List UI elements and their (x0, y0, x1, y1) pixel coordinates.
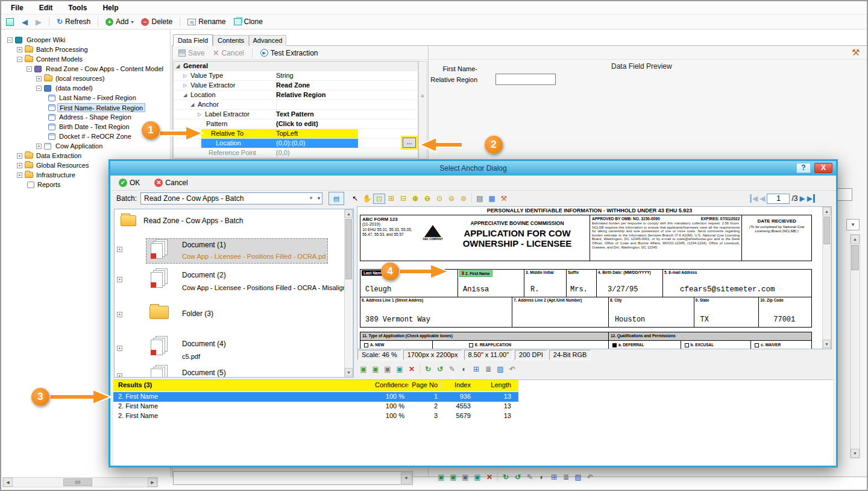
ok-button[interactable]: ✓OK (116, 178, 142, 188)
pan-tool-icon[interactable]: ✋ (361, 194, 373, 204)
zoom-region-tool-icon[interactable]: ⊡ (373, 194, 385, 204)
zoom-fit-page-icon[interactable]: ⊚ (458, 194, 470, 204)
batch-item-document-1[interactable]: Document (1) (182, 241, 226, 249)
batch-item-folder-3[interactable]: Folder (3) (182, 309, 213, 318)
expand-icon[interactable]: + (117, 277, 122, 282)
property-row-anchor-location[interactable]: Location(0,0):(0,0) (174, 139, 418, 148)
zoom-select-icon[interactable]: ⊞ (385, 194, 397, 204)
image-gray-icon[interactable]: ▣ (459, 472, 471, 483)
zoom-actual-icon[interactable]: ⊙ (433, 194, 445, 204)
save-button[interactable]: Save (176, 48, 207, 58)
image-add-icon[interactable]: ▣ (447, 472, 459, 483)
menu-edit[interactable]: Edit (39, 4, 53, 12)
image-add-icon[interactable]: ▣ (370, 364, 382, 375)
batch-combobox[interactable]: Read Zone - Cow Apps - Batch ▼ ▾ (140, 192, 322, 204)
image-teal-icon[interactable]: ▣ (394, 364, 406, 375)
scroll-down-icon[interactable]: ▼ (851, 449, 860, 458)
scroll-right-icon[interactable]: ▶ (148, 478, 157, 487)
property-row-reference-point[interactable]: Reference Point(0,0) (174, 148, 418, 158)
expand-icon[interactable]: + (117, 312, 122, 317)
node-view-button[interactable] (4, 17, 16, 27)
menu-tools[interactable]: Tools (68, 4, 87, 12)
expand-icon[interactable]: + (117, 247, 122, 252)
scroll-thumb[interactable] (823, 217, 830, 244)
results-col-confidence[interactable]: Confidence (372, 381, 404, 388)
batch-tree-scrollbar[interactable]: ▲ ▼ (344, 209, 353, 377)
wrench-icon[interactable]: ⚒ (852, 47, 860, 58)
list-icon[interactable]: ≣ (482, 364, 494, 375)
select-tool-icon[interactable]: ↖ (349, 194, 361, 204)
property-row-value-type[interactable]: ▷Value TypeString (174, 71, 418, 81)
test-extraction-button[interactable]: ▶Test Extraction (258, 48, 321, 58)
dialog-cancel-button[interactable]: ✕Cancel (152, 178, 190, 188)
scroll-up-icon[interactable]: ▲ (851, 235, 860, 244)
undo-icon[interactable]: ↶ (584, 472, 596, 483)
dialog-close-button[interactable]: X (814, 163, 832, 173)
expand-icon[interactable]: + (117, 346, 122, 351)
forward-button[interactable]: ▶ (33, 17, 44, 27)
results-col-index[interactable]: Index (440, 381, 471, 388)
scroll-thumb[interactable] (345, 219, 352, 279)
image-icon[interactable]: ▣ (357, 364, 370, 375)
clone-button[interactable]: Clone (231, 17, 265, 27)
delete-page-icon[interactable]: ✕ (483, 472, 495, 483)
scroll-up-icon[interactable]: ▲ (345, 209, 353, 218)
annotate-icon[interactable]: ▨ (572, 472, 584, 483)
dialog-titlebar[interactable]: Select Anchor Dialog ? X (110, 161, 836, 176)
rename-button[interactable]: a|Rename (185, 17, 228, 27)
edit-icon[interactable]: ✎ (446, 364, 458, 375)
rotate-ccw-icon[interactable]: ↺ (512, 472, 524, 483)
dialog-help-button[interactable]: ? (796, 163, 811, 173)
property-row-pattern[interactable]: Pattern(Click to edit) (174, 119, 418, 129)
results-row-2[interactable]: 2. First Name 100 % 2 4553 13 (113, 402, 518, 411)
property-row-value-extractor[interactable]: ▷Value ExtractorRead Zone (174, 81, 418, 90)
scroll-up-icon[interactable]: ▲ (823, 207, 831, 215)
property-row-location[interactable]: ◢LocationRelative Region (174, 90, 418, 100)
rotate-cw-icon[interactable]: ↻ (422, 364, 434, 375)
add-button[interactable]: +Add▾ (103, 17, 136, 27)
batch-item-document-5[interactable]: Document (5) (182, 369, 226, 377)
first-name-anchor-highlight[interactable]: 2. First Name (459, 270, 492, 277)
next-page-icon[interactable]: ▶ (799, 194, 805, 203)
delete-button[interactable]: −Delete (139, 17, 175, 27)
crop-icon[interactable]: ⊞ (470, 364, 482, 375)
splitter-handle-icon[interactable]: ≡ (421, 93, 424, 99)
property-row-anchor[interactable]: ◢Anchor (174, 100, 418, 110)
refresh-button[interactable]: ↻Refresh (54, 17, 93, 27)
property-row-relative-to[interactable]: Relative ToTopLeft (174, 129, 418, 139)
property-row-label-extractor[interactable]: ▷Label ExtractorText Pattern (174, 110, 418, 119)
zoom-in-icon[interactable]: ⊕ (409, 194, 421, 204)
zoom-fit-width-icon[interactable]: ⊜ (445, 194, 458, 204)
contrast-icon[interactable]: ◐ (458, 364, 470, 375)
scroll-thumb[interactable] (851, 245, 859, 270)
location-ellipsis-button[interactable]: ... (403, 138, 416, 148)
results-col-page[interactable]: Page No (407, 381, 438, 388)
menu-help[interactable]: Help (102, 4, 118, 12)
zoom-out-icon[interactable]: ⊖ (421, 194, 433, 204)
zoom-page-icon[interactable]: ⊟ (397, 194, 409, 204)
property-category-general[interactable]: ◢General (174, 62, 418, 71)
viewer-scrollbar[interactable]: ▲ ▼ (822, 207, 831, 349)
results-row-3[interactable]: 2. First Name 100 % 3 5679 13 (113, 411, 518, 421)
preview-field-input[interactable] (495, 74, 556, 85)
expand-icon[interactable]: + (117, 373, 122, 378)
edit-icon[interactable]: ✎ (524, 472, 536, 483)
print-icon[interactable]: ▤ (474, 194, 486, 204)
scroll-thumb[interactable]: ⦀⦀⦀ (63, 478, 92, 486)
scroll-down-icon[interactable]: ▼ (345, 368, 353, 376)
combo-caret-icon[interactable]: ▾ (318, 193, 320, 204)
first-page-icon[interactable]: ◀ (750, 194, 758, 203)
annotate-icon[interactable]: ▨ (494, 364, 506, 375)
rotate-ccw-icon[interactable]: ↺ (434, 364, 446, 375)
rotate-cw-icon[interactable]: ↻ (500, 472, 512, 483)
right-scrollbar[interactable]: ▲ ▼ (850, 234, 860, 458)
last-page-icon[interactable]: ▶ (807, 194, 815, 203)
tab-advanced[interactable]: Advanced (249, 35, 286, 46)
settings-wrench-icon[interactable]: ⚒ (498, 194, 510, 204)
tab-contents[interactable]: Contents (213, 35, 249, 46)
image-icon[interactable]: ▣ (435, 472, 447, 483)
delete-page-icon[interactable]: ✕ (406, 364, 418, 375)
tab-data-field[interactable]: Data Field (173, 34, 213, 46)
back-button[interactable]: ◀ (19, 17, 30, 27)
list-icon[interactable]: ≣ (560, 472, 572, 483)
